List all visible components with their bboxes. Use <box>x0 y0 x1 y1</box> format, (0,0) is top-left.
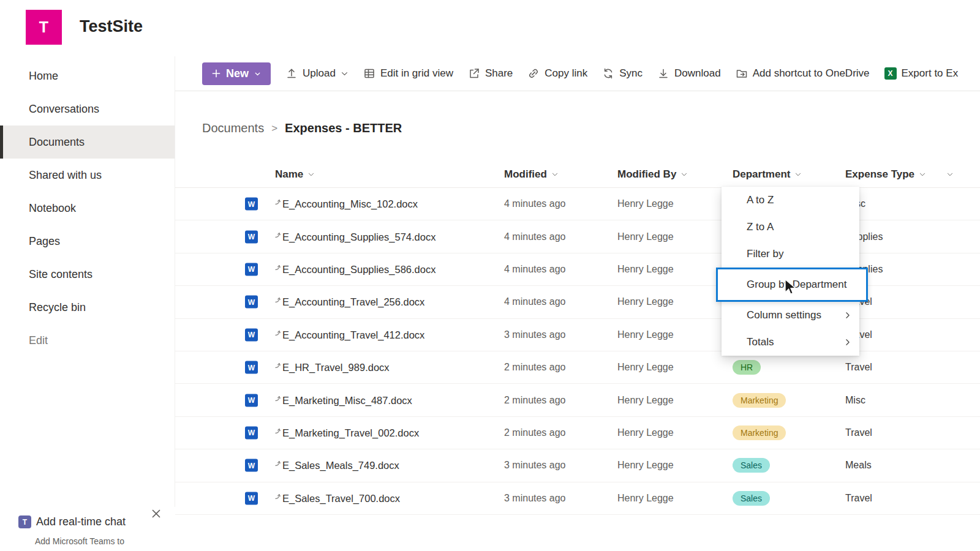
toolbar-item-copy-link[interactable]: Copy link <box>527 67 587 80</box>
sidebar-item-site-contents[interactable]: Site contents <box>0 258 175 291</box>
file-name-link[interactable]: E_Accounting_Supplies_586.docx <box>275 263 435 275</box>
modified-by-value: Henry Legge <box>617 493 674 504</box>
table-row[interactable]: W E_Marketing_Travel_002.docx 2 minutes … <box>175 417 980 449</box>
word-file-icon: W <box>245 198 258 211</box>
column-header-expense-type-label: Expense Type <box>845 168 914 181</box>
word-file-icon: W <box>245 328 258 341</box>
toolbar-item-edit-in-grid-view[interactable]: Edit in grid view <box>363 67 453 80</box>
file-name-label: E_Sales_Travel_700.docx <box>282 492 400 504</box>
sidebar-item-pages[interactable]: Pages <box>0 225 175 258</box>
column-header-department[interactable]: Department <box>733 168 802 181</box>
new-badge-icon <box>275 395 281 401</box>
toolbar-item-sync[interactable]: Sync <box>602 67 643 80</box>
sidebar-item-edit[interactable]: Edit <box>0 324 175 357</box>
column-header-expense-type[interactable]: Expense Type <box>845 168 926 181</box>
modified-value: 2 minutes ago <box>504 362 566 373</box>
new-badge-icon <box>275 493 281 499</box>
toolbar-item-share[interactable]: Share <box>468 67 513 80</box>
sync-icon <box>602 67 614 80</box>
file-name-link[interactable]: E_Sales_Travel_700.docx <box>275 492 400 504</box>
sidebar-item-label: Site contents <box>29 268 92 281</box>
modified-by-value: Henry Legge <box>617 427 674 438</box>
file-name-link[interactable]: E_HR_Travel_989.docx <box>275 362 390 373</box>
column-header-name-label: Name <box>275 168 303 181</box>
menu-item-filter-by[interactable]: Filter by <box>722 241 859 268</box>
breadcrumb-separator: > <box>271 122 277 135</box>
new-badge-icon <box>275 232 281 238</box>
toolbar-item-export-to-ex[interactable]: X Export to Ex <box>884 67 959 80</box>
department-badge: Sales <box>733 458 770 473</box>
modified-by-value: Henry Legge <box>617 231 674 242</box>
sidebar-item-shared-with-us[interactable]: Shared with us <box>0 159 175 192</box>
sidebar-item-conversations[interactable]: Conversations <box>0 92 175 126</box>
close-icon[interactable] <box>149 507 163 520</box>
menu-item-a-to-z[interactable]: A to Z <box>722 187 859 214</box>
app-header: T TestSite <box>0 0 980 56</box>
sidebar-item-home[interactable]: Home <box>0 59 175 92</box>
chat-promo-title[interactable]: Add real-time chat <box>36 515 126 528</box>
column-header-modified-by-label: Modified By <box>617 168 676 181</box>
file-name-link[interactable]: E_Sales_Meals_749.docx <box>275 460 399 471</box>
file-name-link[interactable]: E_Accounting_Travel_412.docx <box>275 329 424 340</box>
toolbar-item-download[interactable]: Download <box>657 67 721 80</box>
file-name-link[interactable]: E_Accounting_Travel_256.docx <box>275 296 424 308</box>
chevron-down-icon <box>341 70 349 78</box>
modified-by-value: Henry Legge <box>617 198 674 209</box>
modified-by-value: Henry Legge <box>617 264 674 275</box>
column-header-name[interactable]: Name <box>275 168 315 181</box>
breadcrumb: Documents > Expenses - BETTER <box>202 121 402 135</box>
table-row[interactable]: W E_Sales_Meals_749.docx 3 minutes ago H… <box>175 449 980 482</box>
file-name-link[interactable]: E_Accounting_Misc_102.docx <box>275 198 418 210</box>
file-name-label: E_HR_Travel_989.docx <box>282 362 390 373</box>
menu-item-label: Z to A <box>747 221 774 233</box>
sidebar-item-label: Conversations <box>29 103 99 116</box>
table-row[interactable]: W E_Marketing_Misc_487.docx 2 minutes ag… <box>175 384 980 416</box>
toolbar-item-label: Edit in grid view <box>380 67 453 80</box>
table-row[interactable]: W E_HR_Travel_989.docx 2 minutes ago Hen… <box>175 351 980 384</box>
file-name-label: E_Accounting_Travel_412.docx <box>282 329 424 340</box>
site-title: TestSite <box>80 17 143 36</box>
chevron-down-icon <box>307 171 315 178</box>
column-header-extra[interactable] <box>946 171 954 178</box>
expense-type-value: Travel <box>845 427 872 438</box>
file-name-link[interactable]: E_Accounting_Supplies_574.docx <box>275 231 435 242</box>
table-row[interactable]: W E_Sales_Travel_700.docx 3 minutes ago … <box>175 482 980 515</box>
chat-promo: T Add real-time chat Add Microsoft Teams… <box>0 507 175 551</box>
sidebar-item-documents[interactable]: Documents <box>0 126 175 159</box>
file-name-label: E_Sales_Meals_749.docx <box>282 460 399 471</box>
department-cell: Sales <box>733 491 770 506</box>
new-badge-icon <box>275 428 281 433</box>
excel-icon: X <box>884 67 897 80</box>
expense-type-value: Meals <box>845 460 872 471</box>
sidebar-item-recycle-bin[interactable]: Recycle bin <box>0 291 175 324</box>
file-name-label: E_Marketing_Travel_002.docx <box>282 427 419 438</box>
toolbar-item-add-shortcut-to-onedrive[interactable]: Add shortcut to OneDrive <box>736 67 870 80</box>
file-name-link[interactable]: E_Marketing_Travel_002.docx <box>275 427 419 438</box>
chevron-right-icon <box>843 311 852 320</box>
toolbar-item-label: Share <box>485 67 513 80</box>
copy-link-icon <box>527 67 540 80</box>
menu-item-label: Filter by <box>747 248 783 260</box>
column-header-modified[interactable]: Modified <box>504 168 559 181</box>
toolbar-item-label: Add shortcut to OneDrive <box>753 67 870 80</box>
file-name-link[interactable]: E_Marketing_Misc_487.docx <box>275 394 412 406</box>
new-badge-icon <box>275 363 281 369</box>
breadcrumb-root[interactable]: Documents <box>202 121 264 135</box>
menu-item-totals[interactable]: Totals <box>722 329 859 356</box>
command-bar: New Upload Edit in grid view Share Copy … <box>175 56 980 91</box>
sidebar-item-label: Notebook <box>29 202 76 215</box>
department-badge: HR <box>733 360 761 375</box>
chevron-down-icon <box>919 171 926 178</box>
menu-item-z-to-a[interactable]: Z to A <box>722 214 859 241</box>
download-icon <box>657 67 669 80</box>
site-logo[interactable]: T <box>26 10 62 45</box>
menu-item-column-settings[interactable]: Column settings <box>722 302 859 329</box>
upload-icon <box>285 67 298 80</box>
new-badge-icon <box>275 264 281 270</box>
new-button[interactable]: New <box>202 62 271 85</box>
sidebar-item-notebook[interactable]: Notebook <box>0 192 175 225</box>
department-cell: Sales <box>733 458 770 473</box>
column-header-modified-by[interactable]: Modified By <box>617 168 688 181</box>
share-icon <box>468 67 480 80</box>
toolbar-item-upload[interactable]: Upload <box>285 67 349 80</box>
